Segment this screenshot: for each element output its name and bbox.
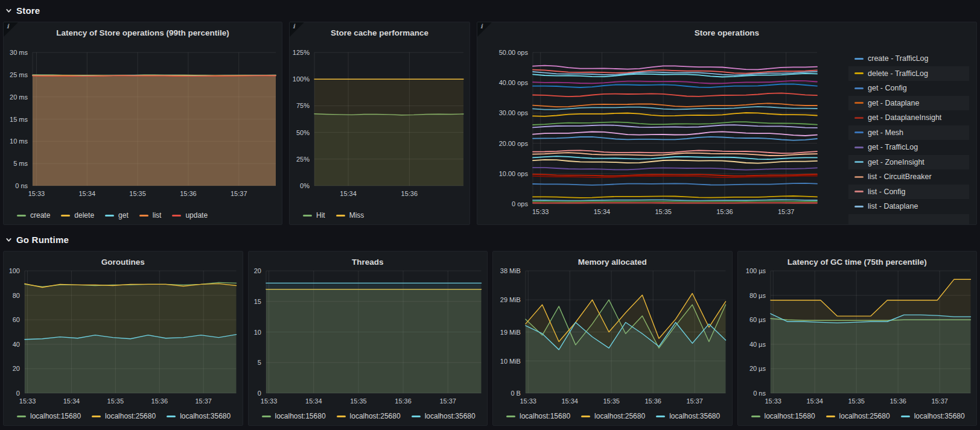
svg-text:29 MiB: 29 MiB [500,296,521,303]
panel-info-icon[interactable]: i [477,22,492,37]
legend-item-localhost-35680[interactable]: localhost:35680 [901,412,965,420]
svg-text:15:35: 15:35 [129,190,146,197]
panel-body: 2015105015:3315:3415:3515:3615:37 [249,268,488,407]
legend-label: localhost:15680 [30,412,81,420]
info-letter: i [293,23,295,30]
legend-item-get-mesh[interactable]: get - Mesh [848,125,969,141]
legend-label: list - Config [868,188,906,196]
svg-text:19 MiB: 19 MiB [500,329,521,336]
legend-item-get-dataplane[interactable]: get - Dataplane [848,96,969,111]
legend-item-miss[interactable]: Miss [336,211,364,220]
section-header-go-runtime[interactable]: Go Runtime [5,233,977,246]
series-color-dash [61,215,70,217]
panel-title[interactable]: Memory allocated [493,251,732,268]
panel-info-icon[interactable]: i [4,22,18,37]
panel-latency-of-store-operations-99th-percentile: iLatency of Store operations (99th perce… [3,22,282,225]
chart-canvas-goroutines[interactable]: 10080604020015:3315:3415:3515:3615:37 [4,268,243,407]
legend-item-partial [848,214,969,225]
section-title: Go Runtime [16,235,69,245]
svg-text:15:35: 15:35 [848,397,864,405]
legend-label: list - Dataplane [868,202,918,210]
legend-item-localhost-15680[interactable]: localhost:15680 [262,412,326,420]
legend-item-update[interactable]: update [172,211,208,220]
chart-canvas-threads[interactable]: 2015105015:3315:3415:3515:3615:37 [249,268,488,407]
legend-item-get-dataplaneinsight[interactable]: get - DataplaneInsight [848,110,969,125]
legend-item-localhost-25680[interactable]: localhost:25680 [337,412,401,420]
svg-text:15:34: 15:34 [594,208,611,215]
legend-item-localhost-35680[interactable]: localhost:35680 [656,412,720,420]
svg-text:80: 80 [13,292,20,299]
panel-title[interactable]: Latency of Store operations (99th percen… [4,22,282,39]
legend-item-list-circuitbreaker[interactable]: list - CircuitBreaker [848,169,969,185]
legend-item-list-config[interactable]: list - Config [848,185,969,200]
svg-text:30 ms: 30 ms [10,49,28,56]
series-color-dash [17,215,26,217]
legend-label: localhost:15680 [765,412,815,420]
legend-item-delete-trafficlog[interactable]: delete - TrafficLog [848,66,969,81]
panel-row: iLatency of Store operations (99th perce… [3,22,977,225]
legend-item-create[interactable]: create [17,211,50,220]
svg-text:5: 5 [257,359,261,366]
svg-text:15:33: 15:33 [532,208,549,215]
legend-item-get[interactable]: get [105,211,129,220]
chart-canvas-latency-of-gc-time-75th-percentile[interactable]: 100 µs80 µs60 µs40 µs20 µs0 ns15:3315:34… [738,268,977,407]
legend-item-get-zoneinsight[interactable]: get - ZoneInsight [848,155,969,170]
svg-text:10: 10 [253,329,261,336]
legend-item-list[interactable]: list [139,211,162,220]
panel-title[interactable]: Latency of GC time (75th percentile) [738,251,977,268]
svg-text:50.00 ops: 50.00 ops [499,49,529,56]
section-header-store[interactable]: Store [5,4,977,17]
series-color-dash [901,416,910,417]
legend-label: delete [74,211,94,220]
svg-text:40 µs: 40 µs [749,341,766,348]
legend-item-localhost-15680[interactable]: localhost:15680 [17,412,81,420]
legend-item-localhost-35680[interactable]: localhost:35680 [412,412,476,420]
legend-item-localhost-25680[interactable]: localhost:25680 [581,412,645,420]
legend-label: list [153,211,162,220]
chart-canvas-latency-of-store-operations-99th-percentile[interactable]: 30 ms25 ms20 ms15 ms10 ms5 ms0 ns15:3315… [4,39,282,206]
panel-row: Goroutines10080604020015:3315:3415:3515:… [3,251,977,426]
chart-legend: localhost:15680localhost:25680localhost:… [249,407,488,425]
legend-item-list-dataplane[interactable]: list - Dataplane [848,199,969,214]
svg-text:100: 100 [9,268,20,274]
chart-canvas-store-cache-performance[interactable]: 125%100%75%50%25%0%15:3415:36 [290,39,469,206]
legend-item-localhost-15680[interactable]: localhost:15680 [751,412,815,420]
panel-title[interactable]: Store cache performance [290,22,469,39]
legend-item-localhost-15680[interactable]: localhost:15680 [506,412,570,420]
svg-text:15:36: 15:36 [644,397,661,405]
legend-item-get-trafficlog[interactable]: get - TrafficLog [848,140,969,155]
svg-text:0%: 0% [300,182,310,189]
svg-text:40: 40 [13,341,20,348]
chart-canvas-store-operations[interactable]: 50.00 ops40.00 ops30.00 ops20.00 ops10.0… [477,39,847,224]
legend-label: localhost:35680 [669,412,720,420]
legend-label: get - DataplaneInsight [868,113,941,122]
panel-title[interactable]: Store operations [477,22,976,39]
series-color-dash [854,161,864,163]
legend-item-hit[interactable]: Hit [303,211,325,220]
svg-text:0: 0 [16,390,20,397]
svg-text:0: 0 [257,390,261,397]
legend-item-create-trafficlog[interactable]: create - TrafficLog [848,51,969,66]
svg-text:0 ns: 0 ns [753,390,766,397]
series-color-dash [506,416,515,417]
panel-title[interactable]: Threads [249,251,488,268]
panel-info-icon[interactable]: i [290,22,304,37]
section-title: Store [16,5,40,16]
svg-text:15:37: 15:37 [231,190,247,197]
legend-item-localhost-25680[interactable]: localhost:25680 [826,412,890,420]
svg-text:15:33: 15:33 [28,190,45,197]
svg-text:15:37: 15:37 [195,397,211,405]
legend-item-localhost-35680[interactable]: localhost:35680 [167,412,231,420]
svg-text:15:37: 15:37 [686,397,702,405]
legend-item-delete[interactable]: delete [61,211,94,220]
series-color-dash [303,215,312,217]
chart-canvas-memory-allocated[interactable]: 38 MiB29 MiB19 MiB10 MiB0 B15:3315:3415:… [493,268,732,407]
legend-item-localhost-25680[interactable]: localhost:25680 [92,412,156,420]
svg-text:20.00 ops: 20.00 ops [499,140,529,147]
svg-text:15:33: 15:33 [765,397,781,405]
svg-text:15:36: 15:36 [151,397,168,405]
svg-text:5 ms: 5 ms [13,160,28,167]
panel-title[interactable]: Goroutines [4,251,243,268]
legend-item-get-config[interactable]: get - Config [848,81,969,96]
panel-body: 100 µs80 µs60 µs40 µs20 µs0 ns15:3315:34… [738,268,977,407]
